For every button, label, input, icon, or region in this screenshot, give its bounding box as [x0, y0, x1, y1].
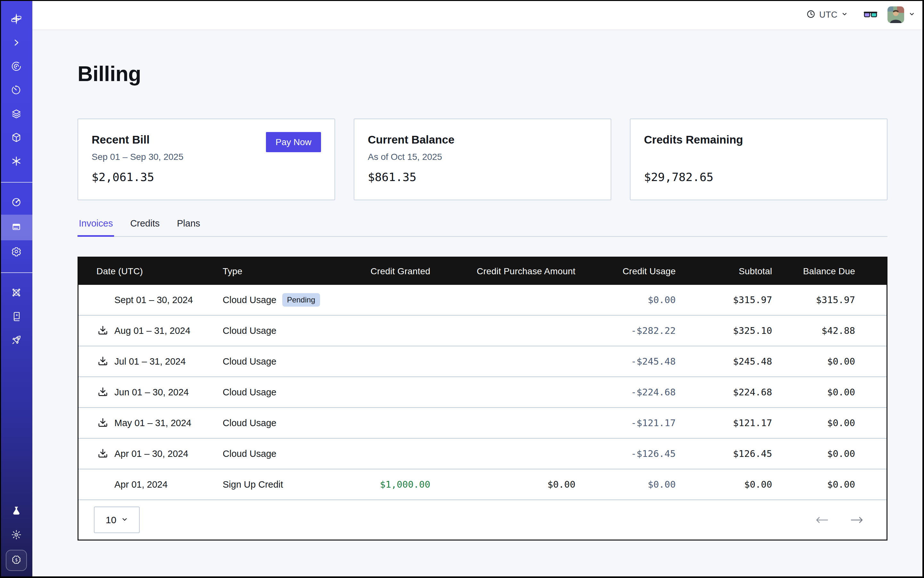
download-spacer [96, 478, 109, 491]
sidebar-divider [0, 272, 32, 273]
prev-page-button[interactable] [815, 516, 830, 524]
balance-due: $42.88 [772, 325, 887, 336]
topbar: UTC [32, 0, 924, 30]
page-size-value: 10 [106, 515, 116, 526]
invoice-type: Cloud Usage [222, 418, 276, 429]
card-title: Credits Remaining [644, 133, 743, 146]
summary-cards: Recent Bill Sep 01 – Sep 30, 2025 $2,061… [78, 119, 887, 200]
credit-usage: $0.00 [575, 479, 676, 490]
sidebar-item-history[interactable] [0, 79, 32, 102]
card-amount: $861.35 [368, 170, 416, 183]
3d-glasses-icon [863, 16, 878, 21]
cube-icon [11, 132, 22, 144]
subtotal: $0.00 [676, 479, 772, 490]
table-footer: 10 [78, 500, 887, 539]
invoice-row: Jun 01 – 30, 2024Cloud Usage-$224.68$224… [78, 377, 887, 408]
invoice-type: Cloud Usage [222, 356, 276, 367]
sidebar-item-asterisk[interactable] [0, 150, 32, 174]
arrow-right-icon [849, 520, 864, 525]
gear-icon [11, 246, 22, 258]
account-menu[interactable] [887, 6, 915, 23]
invoice-date: Apr 01 – 30, 2024 [114, 448, 188, 459]
column-header: Balance Due [772, 266, 887, 276]
credit-usage: -$282.22 [575, 325, 676, 336]
subtotal: $315.97 [676, 294, 772, 305]
asterisk-icon [11, 155, 22, 168]
download-invoice-button[interactable] [96, 324, 109, 337]
sidebar-item-gauge[interactable] [0, 191, 32, 215]
sidebar-item-credits[interactable]: $ [6, 550, 27, 571]
card-current-balance: Current Balance As of Oct 15, 2025 $861.… [354, 119, 611, 200]
column-header: Subtotal [676, 266, 772, 276]
invoice-type: Cloud Usage [222, 448, 276, 459]
invoice-type: Cloud Usage [222, 387, 276, 398]
sidebar-item-cube[interactable] [0, 126, 32, 150]
timezone-dropdown[interactable]: UTC [806, 10, 848, 20]
svg-text:$: $ [15, 557, 17, 562]
card-title: Recent Bill [92, 133, 149, 146]
sidebar-item-labs[interactable] [0, 500, 32, 524]
chevron-down-icon [122, 516, 128, 524]
column-header: Credit Usage [575, 266, 676, 276]
invoice-date: Apr 01, 2024 [114, 479, 167, 490]
clock-icon [806, 10, 815, 20]
sidebar-item-expand[interactable] [0, 31, 32, 55]
pay-now-button[interactable]: Pay Now [266, 132, 321, 152]
invoice-type: Cloud Usage [222, 326, 276, 336]
avatar [887, 6, 904, 23]
invoice-date: Sept 01 – 30, 2024 [114, 295, 193, 305]
column-header: Type [222, 266, 320, 276]
book-sparkle-icon [11, 310, 22, 323]
sidebar-item-billing[interactable] [0, 215, 32, 240]
download-invoice-button[interactable] [96, 417, 109, 429]
balance-due: $0.00 [772, 387, 887, 398]
balance-due: $0.00 [772, 448, 887, 459]
rocket-icon [11, 334, 22, 347]
download-spacer [96, 294, 109, 306]
table-header: Date (UTC)TypeCredit GrantedCredit Purch… [78, 258, 887, 285]
tab-invoices[interactable]: Invoices [78, 218, 114, 237]
download-invoice-button[interactable] [96, 447, 109, 460]
sidebar: $ [0, 0, 32, 578]
table-body: Sept 01 – 30, 2024Cloud UsagePending$0.0… [78, 285, 887, 500]
invoice-row: Sept 01 – 30, 2024Cloud UsagePending$0.0… [78, 285, 887, 316]
column-header: Credit Granted [320, 266, 430, 276]
layers-icon [11, 108, 22, 121]
sidebar-item-theme[interactable] [0, 524, 32, 547]
credit-granted: $1,000.00 [320, 479, 430, 490]
sidebar-bottom: $ [0, 500, 32, 578]
sidebar-item-layers[interactable] [0, 102, 32, 126]
view-mode-button[interactable] [863, 10, 878, 19]
invoice-date: Jun 01 – 30, 2024 [114, 387, 189, 398]
spiral-icon [11, 60, 22, 73]
chevron-down-icon [909, 11, 915, 19]
orbit-logo-icon [10, 13, 23, 27]
billing-card-icon [11, 221, 22, 234]
sun-icon [11, 529, 22, 542]
tab-credits[interactable]: Credits [129, 218, 161, 237]
next-page-button[interactable] [849, 516, 864, 524]
subtotal: $325.10 [676, 325, 772, 336]
card-subtitle: As of Oct 15, 2025 [368, 152, 442, 162]
invoice-row: Apr 01 – 30, 2024Cloud Usage-$126.45$126… [78, 438, 887, 469]
helm-icon [11, 287, 22, 300]
sidebar-item-spiral[interactable] [0, 55, 32, 79]
status-badge: Pending [282, 293, 320, 307]
invoice-date: Aug 01 – 31, 2024 [114, 326, 190, 336]
sidebar-item-helm[interactable] [0, 281, 32, 305]
sidebar-item-rocket[interactable] [0, 329, 32, 352]
page-size-select[interactable]: 10 [94, 507, 140, 533]
download-invoice-button[interactable] [96, 386, 109, 399]
invoice-row: Aug 01 – 31, 2024Cloud Usage-$282.22$325… [78, 316, 887, 346]
sidebar-item-settings[interactable] [0, 240, 32, 264]
tab-plans[interactable]: Plans [175, 218, 201, 237]
card-recent-bill: Recent Bill Sep 01 – Sep 30, 2025 $2,061… [78, 119, 335, 200]
sidebar-item-docs[interactable] [0, 305, 32, 329]
pagination-arrows [815, 516, 864, 524]
card-amount: $2,061.35 [92, 170, 154, 183]
download-invoice-button[interactable] [96, 355, 109, 368]
sidebar-divider [0, 182, 32, 183]
sidebar-item-logo[interactable] [0, 8, 32, 31]
invoice-row: Apr 01, 2024Sign Up Credit$1,000.00$0.00… [78, 469, 887, 500]
invoice-row: Jul 01 – 31, 2024Cloud Usage-$245.48$245… [78, 346, 887, 377]
